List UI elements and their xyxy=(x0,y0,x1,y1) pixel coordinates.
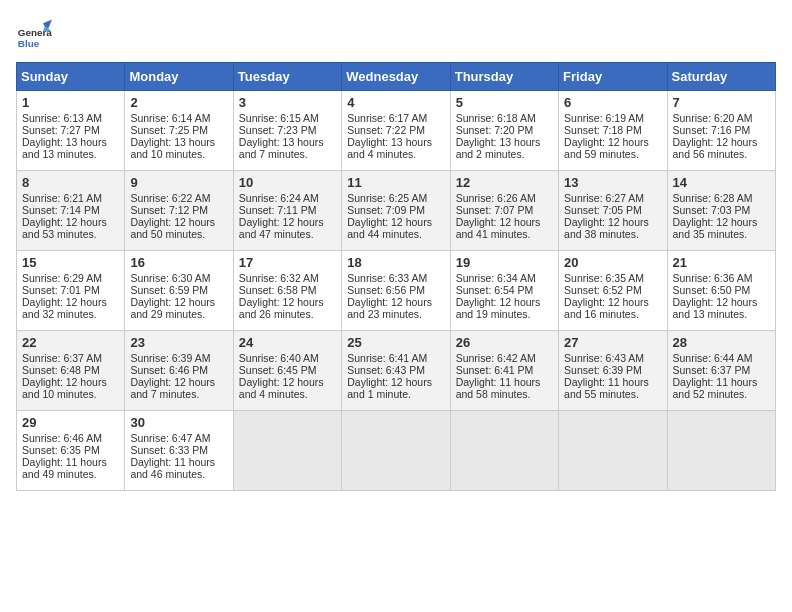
day-number: 19 xyxy=(456,255,553,270)
day-info-line: Daylight: 13 hours xyxy=(456,136,553,148)
day-info-line: Sunrise: 6:18 AM xyxy=(456,112,553,124)
day-info-line: and 4 minutes. xyxy=(347,148,444,160)
day-info-line: and 44 minutes. xyxy=(347,228,444,240)
day-number: 21 xyxy=(673,255,770,270)
day-number: 11 xyxy=(347,175,444,190)
day-info-line: Sunset: 6:45 PM xyxy=(239,364,336,376)
calendar-cell: 8Sunrise: 6:21 AMSunset: 7:14 PMDaylight… xyxy=(17,171,125,251)
day-info-line: and 29 minutes. xyxy=(130,308,227,320)
day-info-line: Sunrise: 6:40 AM xyxy=(239,352,336,364)
day-info-line: Sunset: 7:27 PM xyxy=(22,124,119,136)
day-info-line: Daylight: 12 hours xyxy=(347,296,444,308)
day-info-line: and 16 minutes. xyxy=(564,308,661,320)
calendar-cell: 26Sunrise: 6:42 AMSunset: 6:41 PMDayligh… xyxy=(450,331,558,411)
day-info-line: and 13 minutes. xyxy=(673,308,770,320)
day-info-line: Daylight: 13 hours xyxy=(347,136,444,148)
day-info-line: Sunrise: 6:13 AM xyxy=(22,112,119,124)
day-info-line: Sunrise: 6:14 AM xyxy=(130,112,227,124)
calendar-cell: 22Sunrise: 6:37 AMSunset: 6:48 PMDayligh… xyxy=(17,331,125,411)
weekday-header: Thursday xyxy=(450,63,558,91)
day-info-line: and 13 minutes. xyxy=(22,148,119,160)
weekday-header: Friday xyxy=(559,63,667,91)
day-number: 22 xyxy=(22,335,119,350)
day-number: 7 xyxy=(673,95,770,110)
calendar-cell: 25Sunrise: 6:41 AMSunset: 6:43 PMDayligh… xyxy=(342,331,450,411)
day-info-line: Daylight: 12 hours xyxy=(673,296,770,308)
day-info-line: Sunrise: 6:27 AM xyxy=(564,192,661,204)
calendar-cell: 20Sunrise: 6:35 AMSunset: 6:52 PMDayligh… xyxy=(559,251,667,331)
day-info-line: Sunset: 6:58 PM xyxy=(239,284,336,296)
day-info-line: Sunrise: 6:46 AM xyxy=(22,432,119,444)
day-info-line: Daylight: 13 hours xyxy=(130,136,227,148)
logo-icon: General Blue xyxy=(16,16,52,52)
day-number: 18 xyxy=(347,255,444,270)
day-info-line: and 2 minutes. xyxy=(456,148,553,160)
weekday-header: Wednesday xyxy=(342,63,450,91)
day-info-line: Daylight: 13 hours xyxy=(239,136,336,148)
calendar-cell: 24Sunrise: 6:40 AMSunset: 6:45 PMDayligh… xyxy=(233,331,341,411)
day-info-line: Daylight: 12 hours xyxy=(239,376,336,388)
calendar-cell: 13Sunrise: 6:27 AMSunset: 7:05 PMDayligh… xyxy=(559,171,667,251)
day-info-line: Sunset: 7:12 PM xyxy=(130,204,227,216)
day-info-line: Sunset: 6:54 PM xyxy=(456,284,553,296)
svg-text:Blue: Blue xyxy=(18,38,40,49)
calendar-cell: 19Sunrise: 6:34 AMSunset: 6:54 PMDayligh… xyxy=(450,251,558,331)
day-number: 9 xyxy=(130,175,227,190)
day-number: 17 xyxy=(239,255,336,270)
day-info-line: Daylight: 12 hours xyxy=(673,216,770,228)
day-info-line: Sunset: 7:22 PM xyxy=(347,124,444,136)
day-info-line: Sunrise: 6:24 AM xyxy=(239,192,336,204)
day-info-line: Sunrise: 6:21 AM xyxy=(22,192,119,204)
logo: General Blue xyxy=(16,16,52,52)
day-info-line: Daylight: 12 hours xyxy=(347,376,444,388)
day-info-line: Sunrise: 6:29 AM xyxy=(22,272,119,284)
day-info-line: and 10 minutes. xyxy=(22,388,119,400)
day-number: 6 xyxy=(564,95,661,110)
day-number: 24 xyxy=(239,335,336,350)
day-number: 4 xyxy=(347,95,444,110)
day-number: 13 xyxy=(564,175,661,190)
day-number: 1 xyxy=(22,95,119,110)
day-info-line: Sunrise: 6:41 AM xyxy=(347,352,444,364)
day-info-line: and 4 minutes. xyxy=(239,388,336,400)
day-info-line: Sunset: 6:52 PM xyxy=(564,284,661,296)
day-info-line: Sunset: 7:18 PM xyxy=(564,124,661,136)
day-info-line: Sunrise: 6:39 AM xyxy=(130,352,227,364)
day-info-line: and 19 minutes. xyxy=(456,308,553,320)
calendar-cell: 21Sunrise: 6:36 AMSunset: 6:50 PMDayligh… xyxy=(667,251,775,331)
day-number: 23 xyxy=(130,335,227,350)
day-info-line: Sunset: 6:56 PM xyxy=(347,284,444,296)
day-info-line: and 55 minutes. xyxy=(564,388,661,400)
day-info-line: Sunrise: 6:30 AM xyxy=(130,272,227,284)
calendar-cell: 18Sunrise: 6:33 AMSunset: 6:56 PMDayligh… xyxy=(342,251,450,331)
day-info-line: and 35 minutes. xyxy=(673,228,770,240)
day-info-line: Sunrise: 6:37 AM xyxy=(22,352,119,364)
day-info-line: Sunset: 7:05 PM xyxy=(564,204,661,216)
calendar-cell: 2Sunrise: 6:14 AMSunset: 7:25 PMDaylight… xyxy=(125,91,233,171)
calendar-cell xyxy=(342,411,450,491)
day-number: 5 xyxy=(456,95,553,110)
day-info-line: Sunset: 7:07 PM xyxy=(456,204,553,216)
calendar-cell: 6Sunrise: 6:19 AMSunset: 7:18 PMDaylight… xyxy=(559,91,667,171)
day-info-line: and 32 minutes. xyxy=(22,308,119,320)
day-info-line: Daylight: 11 hours xyxy=(456,376,553,388)
day-info-line: Sunrise: 6:43 AM xyxy=(564,352,661,364)
day-info-line: and 56 minutes. xyxy=(673,148,770,160)
weekday-header: Sunday xyxy=(17,63,125,91)
day-info-line: Daylight: 12 hours xyxy=(239,296,336,308)
day-info-line: Sunset: 6:35 PM xyxy=(22,444,119,456)
day-info-line: and 23 minutes. xyxy=(347,308,444,320)
day-info-line: Sunset: 7:14 PM xyxy=(22,204,119,216)
day-info-line: Daylight: 12 hours xyxy=(564,216,661,228)
day-info-line: Daylight: 11 hours xyxy=(564,376,661,388)
day-info-line: and 49 minutes. xyxy=(22,468,119,480)
day-info-line: Sunrise: 6:32 AM xyxy=(239,272,336,284)
day-info-line: and 52 minutes. xyxy=(673,388,770,400)
day-number: 20 xyxy=(564,255,661,270)
day-info-line: Daylight: 12 hours xyxy=(130,216,227,228)
calendar-cell: 28Sunrise: 6:44 AMSunset: 6:37 PMDayligh… xyxy=(667,331,775,411)
day-number: 15 xyxy=(22,255,119,270)
calendar-table: SundayMondayTuesdayWednesdayThursdayFrid… xyxy=(16,62,776,491)
day-info-line: Daylight: 11 hours xyxy=(130,456,227,468)
day-info-line: and 53 minutes. xyxy=(22,228,119,240)
